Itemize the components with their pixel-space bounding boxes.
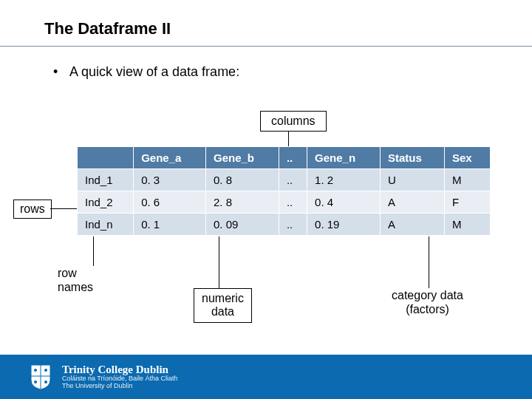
rows-connector <box>50 208 77 209</box>
table-row: Ind_n 0. 1 0. 09 .. 0. 19 A M <box>78 214 491 236</box>
data-cell: A <box>380 191 444 214</box>
svg-point-3 <box>44 369 47 372</box>
header-cell <box>78 147 134 169</box>
footer-bar: Trinity College Dublin Coláiste na Tríon… <box>0 355 532 399</box>
svg-point-4 <box>34 381 37 383</box>
table-header-row: Gene_a Gene_b .. Gene_n Status Sex <box>78 147 491 169</box>
header-cell: Gene_n <box>307 147 381 169</box>
table-row: Ind_2 0. 6 2. 8 .. 0. 4 A F <box>78 191 491 214</box>
bullet-dot: • <box>53 64 66 80</box>
data-cell: F <box>444 191 490 214</box>
header-cell: Gene_a <box>134 147 206 169</box>
columns-connector <box>288 132 289 146</box>
data-cell: 0. 09 <box>205 214 279 236</box>
svg-point-2 <box>34 369 37 372</box>
category-line1: category data <box>392 288 463 302</box>
data-cell: A <box>380 214 444 236</box>
slide-title: The Dataframe II <box>0 0 532 46</box>
bullet-item: • A quick view of a data frame: <box>0 47 532 80</box>
header-cell: Status <box>380 147 444 169</box>
data-cell: 0. 3 <box>134 169 206 191</box>
data-cell: 0. 6 <box>134 191 206 214</box>
svg-point-5 <box>44 381 47 383</box>
dataframe-table: Gene_a Gene_b .. Gene_n Status Sex Ind_1… <box>77 146 491 236</box>
rownames-line2: names <box>58 280 93 294</box>
data-cell: M <box>444 214 490 236</box>
data-cell: 0. 8 <box>205 169 279 191</box>
university-sub2: The University of Dublin <box>62 383 178 390</box>
category-line2: (factors) <box>392 302 463 316</box>
data-cell: 2. 8 <box>205 191 279 214</box>
header-cell: Sex <box>444 147 490 169</box>
numeric-data-label: numeric data <box>194 288 252 323</box>
rownames-line1: row <box>58 266 93 280</box>
rownames-label: row names <box>58 266 93 294</box>
columns-label-box: columns <box>260 111 327 132</box>
university-text: Trinity College Dublin Coláiste na Tríon… <box>62 364 178 390</box>
numeric-line1: numeric <box>202 292 244 305</box>
data-cell: .. <box>279 191 307 214</box>
row-name-cell: Ind_2 <box>78 191 134 214</box>
data-cell: .. <box>279 214 307 236</box>
rows-label-box: rows <box>13 200 52 219</box>
data-cell: 0. 19 <box>307 214 381 236</box>
row-name-cell: Ind_n <box>78 214 134 236</box>
numeric-line2: data <box>202 305 244 318</box>
university-shield-icon <box>30 364 52 390</box>
table-row: Ind_1 0. 3 0. 8 .. 1. 2 U M <box>78 169 491 191</box>
bullet-text: A quick view of a data frame: <box>69 64 239 79</box>
university-name: Trinity College Dublin <box>62 364 178 376</box>
numeric-connector <box>219 236 219 288</box>
rownames-connector <box>93 236 94 266</box>
data-cell: .. <box>279 169 307 191</box>
category-connector <box>429 236 429 288</box>
data-cell: 1. 2 <box>307 169 381 191</box>
row-name-cell: Ind_1 <box>78 169 134 191</box>
data-cell: M <box>444 169 490 191</box>
data-cell: U <box>380 169 444 191</box>
header-cell: .. <box>279 147 307 169</box>
data-cell: 0. 1 <box>134 214 206 236</box>
data-cell: 0. 4 <box>307 191 381 214</box>
category-data-label: category data (factors) <box>392 288 463 316</box>
header-cell: Gene_b <box>205 147 279 169</box>
